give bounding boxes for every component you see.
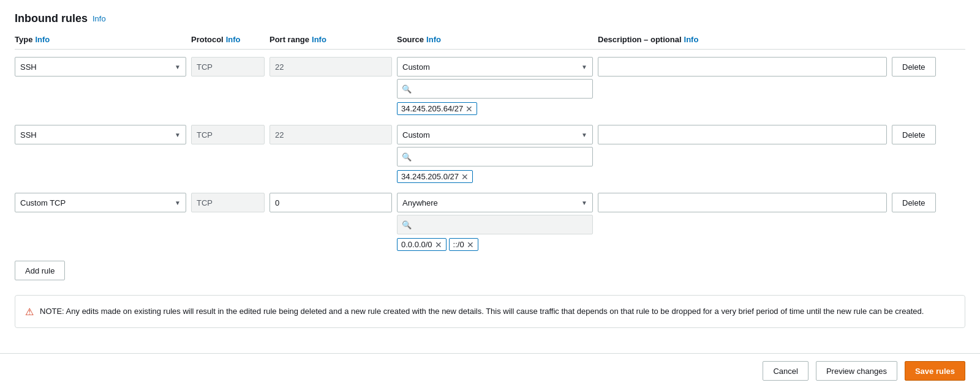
col-source-label: Source	[397, 35, 424, 44]
source-tags-row-1: 34.245.205.0/27✕	[397, 170, 593, 183]
page-title: Inbound rules	[15, 12, 88, 25]
col-type: Type Info	[15, 35, 186, 44]
description-input-2[interactable]	[598, 193, 887, 212]
tag-close-2-1[interactable]: ✕	[467, 241, 474, 249]
tag-label-1-0: 34.245.205.0/27	[401, 172, 459, 181]
type-select-2[interactable]: Custom TCP▼	[15, 193, 186, 212]
col-port-range-info[interactable]: Info	[312, 35, 326, 44]
source-search-input-0[interactable]	[397, 79, 593, 99]
table-row: SSH▼TCP22Custom▼🔍34.245.205.0/27✕Delete	[15, 125, 965, 183]
description-cell-2	[598, 193, 887, 212]
col-description-label: Description – optional	[598, 35, 682, 44]
tag-label-2-0: 0.0.0.0/0	[401, 240, 432, 249]
tag-close-2-0[interactable]: ✕	[435, 241, 442, 249]
delete-cell-2: Delete	[892, 193, 965, 212]
source-search-wrapper-2: 🔍	[397, 215, 593, 234]
type-cell-0: SSH▼	[15, 57, 186, 76]
col-protocol-info[interactable]: Info	[226, 35, 241, 44]
tag-label-0-0: 34.245.205.64/27	[401, 104, 463, 113]
tag-close-0-0[interactable]: ✕	[466, 105, 473, 113]
add-rule-button[interactable]: Add rule	[15, 261, 65, 280]
description-input-1[interactable]	[598, 125, 887, 144]
port-range-value-0: 22	[270, 57, 392, 76]
col-port-range-label: Port range	[270, 35, 309, 44]
source-search-wrapper-1: 🔍	[397, 147, 593, 166]
page-wrapper: Inbound rules Info Type Info Protocol In…	[0, 0, 980, 388]
col-type-label: Type	[15, 35, 32, 44]
col-description: Description – optional Info	[598, 35, 887, 44]
port-range-input-2[interactable]	[270, 193, 392, 212]
source-type-select-0[interactable]: Custom▼	[397, 57, 593, 76]
source-cell-0: Custom▼🔍34.245.205.64/27✕	[397, 57, 593, 115]
footer-bar: Cancel Preview changes Save rules	[0, 353, 980, 388]
port-range-value-1: 22	[270, 125, 392, 144]
col-source: Source Info	[397, 35, 593, 44]
port-range-cell-0: 22	[270, 57, 392, 76]
source-tags-row-2: 0.0.0.0/0✕::/0✕	[397, 238, 593, 251]
rule-rows-container: SSH▼TCP22Custom▼🔍34.245.205.64/27✕Delete…	[15, 57, 965, 251]
note-text: NOTE: Any edits made on existing rules w…	[40, 305, 924, 318]
delete-button-0[interactable]: Delete	[892, 57, 936, 76]
col-type-info[interactable]: Info	[35, 35, 50, 44]
table-row: Custom TCP▼TCPAnywhere▼🔍0.0.0.0/0✕::/0✕D…	[15, 193, 965, 251]
source-type-select-2[interactable]: Anywhere▼	[397, 193, 593, 212]
cancel-button[interactable]: Cancel	[763, 361, 808, 381]
source-tag-2-1: ::/0✕	[449, 238, 478, 251]
col-actions	[892, 35, 965, 44]
delete-button-2[interactable]: Delete	[892, 193, 936, 212]
protocol-value-2: TCP	[191, 193, 265, 212]
type-select-1[interactable]: SSH▼	[15, 125, 186, 144]
protocol-cell-0: TCP	[191, 57, 265, 76]
description-cell-0	[598, 57, 887, 76]
type-select-0[interactable]: SSH▼	[15, 57, 186, 76]
col-source-info[interactable]: Info	[426, 35, 441, 44]
col-protocol: Protocol Info	[191, 35, 265, 44]
note-box: ⚠ NOTE: Any edits made on existing rules…	[15, 295, 965, 328]
main-content: Inbound rules Info Type Info Protocol In…	[0, 0, 980, 353]
protocol-cell-1: TCP	[191, 125, 265, 144]
source-tag-2-0: 0.0.0.0/0✕	[397, 238, 447, 251]
port-range-cell-2	[270, 193, 392, 212]
type-cell-2: Custom TCP▼	[15, 193, 186, 212]
preview-changes-button[interactable]: Preview changes	[816, 361, 897, 381]
col-description-info[interactable]: Info	[684, 35, 699, 44]
source-search-input-1[interactable]	[397, 147, 593, 166]
col-port-range: Port range Info	[270, 35, 392, 44]
table-header-row: Type Info Protocol Info Port range Info …	[15, 35, 965, 50]
save-rules-button[interactable]: Save rules	[905, 361, 965, 381]
protocol-cell-2: TCP	[191, 193, 265, 212]
source-search-wrapper-0: 🔍	[397, 79, 593, 99]
col-protocol-label: Protocol	[191, 35, 224, 44]
protocol-value-0: TCP	[191, 57, 265, 76]
source-search-input-2	[397, 215, 593, 234]
protocol-value-1: TCP	[191, 125, 265, 144]
source-cell-2: Anywhere▼🔍0.0.0.0/0✕::/0✕	[397, 193, 593, 251]
section-title-row: Inbound rules Info	[15, 12, 965, 25]
source-cell-1: Custom▼🔍34.245.205.0/27✕	[397, 125, 593, 183]
source-tag-1-0: 34.245.205.0/27✕	[397, 170, 473, 183]
source-tags-row-0: 34.245.205.64/27✕	[397, 102, 593, 115]
type-cell-1: SSH▼	[15, 125, 186, 144]
source-tag-0-0: 34.245.205.64/27✕	[397, 102, 477, 115]
tag-label-2-1: ::/0	[453, 240, 464, 249]
tag-close-1-0[interactable]: ✕	[461, 173, 469, 181]
warning-icon: ⚠	[25, 306, 34, 318]
description-cell-1	[598, 125, 887, 144]
table-row: SSH▼TCP22Custom▼🔍34.245.205.64/27✕Delete	[15, 57, 965, 115]
title-info-link[interactable]: Info	[92, 14, 106, 23]
port-range-cell-1: 22	[270, 125, 392, 144]
delete-button-1[interactable]: Delete	[892, 125, 936, 144]
delete-cell-1: Delete	[892, 125, 965, 144]
source-type-select-1[interactable]: Custom▼	[397, 125, 593, 144]
delete-cell-0: Delete	[892, 57, 965, 76]
description-input-0[interactable]	[598, 57, 887, 76]
